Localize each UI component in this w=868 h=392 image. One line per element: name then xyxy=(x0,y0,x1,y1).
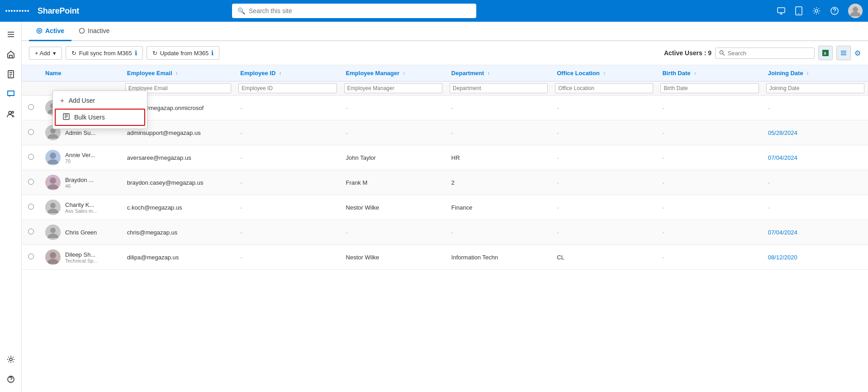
user-display-name[interactable]: Dileep Sh... xyxy=(65,251,98,258)
row-select-radio[interactable] xyxy=(28,104,34,110)
row-select-radio[interactable] xyxy=(28,204,34,210)
sidebar-item-people[interactable] xyxy=(2,105,20,123)
tab-inactive[interactable]: Inactive xyxy=(71,22,117,41)
sidebar-item-home[interactable] xyxy=(2,45,20,63)
toolbar: + Add ▾ ↻ Full sync from M365 ℹ ↻ Update… xyxy=(22,41,868,65)
user-avatar xyxy=(45,150,61,165)
tab-active[interactable]: Active xyxy=(29,22,71,41)
filter-birth-input[interactable] xyxy=(660,83,759,93)
th-joining[interactable]: Joining Date ↑ xyxy=(763,65,868,81)
sidebar-item-pages[interactable] xyxy=(2,65,20,83)
user-display-name[interactable]: Chris Green xyxy=(65,229,97,236)
th-name[interactable]: Name xyxy=(40,65,122,81)
bulk-users-menu-item[interactable]: Bulk Users xyxy=(55,109,145,126)
toolbar-settings-icon[interactable]: ⚙ xyxy=(854,49,861,57)
filter-birth-cell[interactable] xyxy=(657,81,762,96)
add-button[interactable]: + Add ▾ xyxy=(29,47,62,60)
add-user-menu-item[interactable]: + Add User xyxy=(53,93,147,108)
row-select-radio[interactable] xyxy=(28,229,34,234)
full-sync-button[interactable]: ↻ Full sync from M365 ℹ xyxy=(66,46,143,60)
toolbar-search-field[interactable] xyxy=(715,48,815,59)
filter-dept-input[interactable] xyxy=(450,83,548,93)
row-dept: 2 xyxy=(446,170,551,195)
row-empid: - xyxy=(235,120,340,145)
row-select-radio[interactable] xyxy=(28,253,34,259)
svg-line-27 xyxy=(723,54,725,56)
user-avatar[interactable] xyxy=(848,4,863,18)
excel-export-button[interactable]: X xyxy=(818,46,833,60)
row-office: - xyxy=(551,195,657,220)
user-display-name[interactable]: Charity K... xyxy=(65,201,97,208)
sidebar-item-menu[interactable] xyxy=(2,25,20,43)
table-row: Charity K...Ass Sales m...c.koch@megazap… xyxy=(22,195,868,220)
filter-manager-input[interactable] xyxy=(344,83,442,93)
tabs-bar: Active Inactive xyxy=(22,22,868,41)
user-avatar xyxy=(45,249,61,265)
table-filter-row xyxy=(22,81,868,96)
user-subtitle: Technical Sp... xyxy=(65,258,98,263)
row-select-radio[interactable] xyxy=(28,129,34,135)
filter-office-input[interactable] xyxy=(555,83,653,93)
svg-text:X: X xyxy=(824,51,826,56)
table-row: Annie Ver...70aversaree@megazap.us-John … xyxy=(22,145,868,170)
toolbar-search-input[interactable] xyxy=(728,50,811,57)
filter-dept-cell[interactable] xyxy=(446,81,551,96)
table-body: Admin M...admin@megazap.onmicrosof------… xyxy=(22,96,868,270)
filter-empid-input[interactable] xyxy=(238,83,337,93)
active-tab-icon xyxy=(36,28,43,34)
filter-manager-cell[interactable] xyxy=(341,81,446,96)
svg-point-44 xyxy=(50,203,56,208)
svg-rect-13 xyxy=(9,55,12,58)
update-info-icon[interactable]: ℹ xyxy=(211,49,213,57)
user-display-name[interactable]: Annie Ver... xyxy=(65,152,95,158)
help-icon[interactable] xyxy=(830,6,839,15)
svg-point-25 xyxy=(80,29,85,33)
svg-point-18 xyxy=(9,111,11,114)
top-search-bar[interactable]: 🔍 xyxy=(232,4,476,18)
list-view-button[interactable] xyxy=(836,46,851,60)
sidebar-item-settings[interactable] xyxy=(2,350,20,368)
row-email: aversaree@megazap.us xyxy=(122,145,235,170)
filter-joining-input[interactable] xyxy=(766,83,864,93)
sidebar-item-chat[interactable] xyxy=(2,85,20,103)
user-avatar xyxy=(45,175,61,190)
th-birth[interactable]: Birth Date ↑ xyxy=(657,65,762,81)
th-office[interactable]: Office Location ↑ xyxy=(551,65,657,81)
row-name-cell: Charity K...Ass Sales m... xyxy=(40,195,122,220)
row-empid: - xyxy=(235,245,340,270)
th-manager[interactable]: Employee Manager ↑ xyxy=(341,65,446,81)
tablet-icon[interactable] xyxy=(795,6,803,15)
add-chevron-icon: ▾ xyxy=(53,50,56,57)
svg-point-24 xyxy=(38,30,40,32)
row-manager: - xyxy=(341,96,446,120)
th-email[interactable]: Employee Email ↑ xyxy=(122,65,235,81)
top-search-input[interactable] xyxy=(249,7,471,14)
th-dept[interactable]: Department ↑ xyxy=(446,65,551,81)
table-header-row: Name Employee Email ↑ Employee ID ↑ Empl… xyxy=(22,65,868,81)
row-birth: - xyxy=(657,170,762,195)
row-select-radio[interactable] xyxy=(28,179,34,185)
row-name-cell: Chris Green xyxy=(40,220,122,245)
user-display-name[interactable]: Admin Su... xyxy=(65,129,95,136)
update-button[interactable]: ↻ Update from M365 ℹ xyxy=(147,46,220,60)
filter-office-cell[interactable] xyxy=(551,81,657,96)
excel-icon: X xyxy=(822,49,829,57)
monitor-icon[interactable] xyxy=(777,6,786,15)
sidebar-item-help[interactable] xyxy=(2,370,20,388)
user-subtitle: 70 xyxy=(65,158,95,164)
app-grid-icon[interactable] xyxy=(5,10,28,12)
row-office: - xyxy=(551,120,657,145)
svg-point-41 xyxy=(50,153,56,159)
filter-empid-cell[interactable] xyxy=(235,81,340,96)
table-row: Braydon ...46braydon.casey@megazap.us-Fr… xyxy=(22,170,868,195)
row-office: CL xyxy=(551,245,657,270)
full-sync-info-icon[interactable]: ℹ xyxy=(135,49,137,57)
sort-joining-icon: ↑ xyxy=(806,71,809,76)
row-office: - xyxy=(551,145,657,170)
filter-joining-cell[interactable] xyxy=(763,81,868,96)
row-manager: John Taylor xyxy=(341,145,446,170)
row-select-radio[interactable] xyxy=(28,154,34,160)
settings-icon[interactable] xyxy=(812,6,821,15)
th-emp-id[interactable]: Employee ID ↑ xyxy=(235,65,340,81)
user-display-name[interactable]: Braydon ... xyxy=(65,177,94,183)
